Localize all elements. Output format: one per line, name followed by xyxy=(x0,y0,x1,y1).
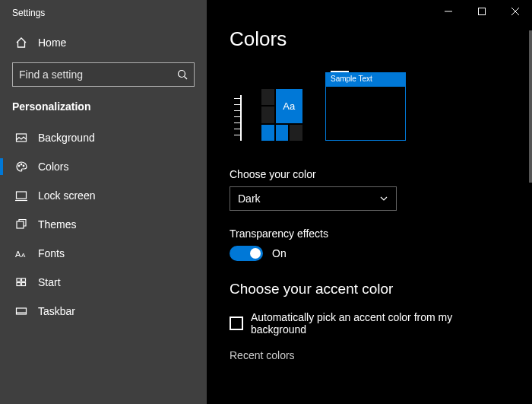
transparency-label: Transparency effects xyxy=(230,227,509,240)
home-button[interactable]: Home xyxy=(0,29,207,56)
minimize-button[interactable] xyxy=(432,1,465,22)
preview-tiles: Aa xyxy=(261,89,302,141)
auto-accent-checkbox[interactable] xyxy=(230,317,243,330)
svg-point-0 xyxy=(179,71,185,78)
sidebar-item-background[interactable]: Background xyxy=(0,123,207,152)
sidebar-item-taskbar[interactable]: Taskbar xyxy=(0,297,207,326)
search-icon xyxy=(177,69,188,80)
svg-text:A: A xyxy=(21,252,26,259)
maximize-button[interactable] xyxy=(465,1,499,22)
svg-text:A: A xyxy=(15,250,21,259)
auto-accent-row[interactable]: Automatically pick an accent color from … xyxy=(230,311,509,336)
close-button[interactable] xyxy=(499,1,532,22)
sidebar-item-label: Taskbar xyxy=(38,305,75,317)
svg-rect-14 xyxy=(22,283,26,286)
home-icon xyxy=(15,37,27,49)
main-panel: Colors Aa Sample Text Choose your color … xyxy=(207,0,532,404)
color-mode-value: Dark xyxy=(238,192,261,205)
sidebar-item-start[interactable]: Start xyxy=(0,268,207,297)
taskbar-icon xyxy=(15,305,27,317)
lock-screen-icon xyxy=(15,189,27,202)
sidebar-item-label: Background xyxy=(38,132,95,144)
fonts-icon: AA xyxy=(15,247,27,259)
color-mode-select[interactable]: Dark xyxy=(230,186,397,211)
svg-point-3 xyxy=(18,165,20,167)
color-preview: Aa Sample Text xyxy=(230,72,509,141)
start-icon xyxy=(15,276,27,288)
palette-icon xyxy=(15,161,27,173)
sidebar-item-lock-screen[interactable]: Lock screen xyxy=(0,181,207,210)
svg-rect-11 xyxy=(17,278,21,282)
recent-colors-heading: Recent colors xyxy=(230,349,509,361)
section-heading: Personalization xyxy=(0,97,207,123)
sidebar-item-colors[interactable]: Colors xyxy=(0,152,207,181)
search-input[interactable] xyxy=(19,68,177,81)
svg-rect-8 xyxy=(17,221,24,228)
sidebar-item-label: Start xyxy=(38,276,61,288)
search-box[interactable] xyxy=(12,62,195,87)
accent-heading: Choose your accent color xyxy=(230,281,509,297)
title-bar xyxy=(207,0,532,23)
sidebar-item-label: Fonts xyxy=(38,247,65,259)
svg-point-5 xyxy=(23,165,24,167)
window-title: Settings xyxy=(0,5,207,29)
sidebar-item-fonts[interactable]: AA Fonts xyxy=(0,239,207,268)
auto-accent-label: Automatically pick an accent color from … xyxy=(251,311,509,336)
svg-rect-15 xyxy=(17,308,27,314)
sidebar-item-label: Colors xyxy=(38,161,68,173)
picture-icon xyxy=(15,132,27,144)
page-title: Colors xyxy=(230,27,509,51)
chevron-down-icon xyxy=(379,194,388,203)
preview-window-title: Sample Text xyxy=(326,73,405,87)
sidebar-item-themes[interactable]: Themes xyxy=(0,210,207,239)
transparency-state: On xyxy=(272,247,287,259)
sidebar-item-label: Lock screen xyxy=(38,189,95,202)
svg-rect-18 xyxy=(479,8,486,15)
svg-point-4 xyxy=(21,164,22,165)
preview-window: Sample Text xyxy=(325,72,406,141)
preview-ruler xyxy=(230,95,252,141)
themes-icon xyxy=(15,218,27,231)
transparency-toggle-row: On xyxy=(230,246,509,261)
sidebar-item-label: Themes xyxy=(38,218,77,231)
content-area: Colors Aa Sample Text Choose your color … xyxy=(207,23,532,404)
svg-line-1 xyxy=(185,77,188,80)
svg-rect-12 xyxy=(22,278,26,282)
preview-aa: Aa xyxy=(276,89,302,123)
transparency-toggle[interactable] xyxy=(230,246,263,261)
sidebar: Settings Home Personalization Background… xyxy=(0,0,207,404)
svg-rect-13 xyxy=(17,283,21,286)
svg-rect-6 xyxy=(17,192,27,199)
color-mode-label: Choose your color xyxy=(230,168,509,180)
home-label: Home xyxy=(38,37,66,49)
